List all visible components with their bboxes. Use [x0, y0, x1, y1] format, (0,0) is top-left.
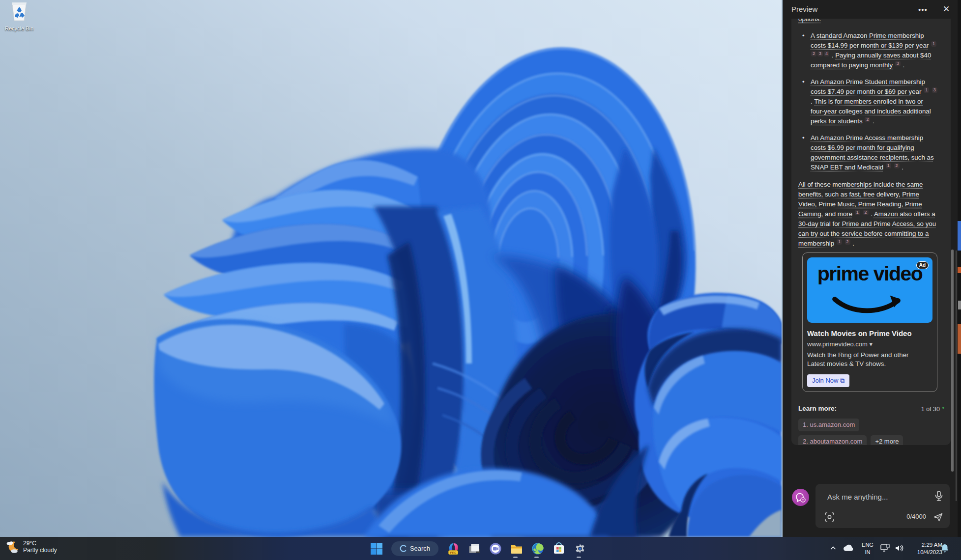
- svg-text:PRE: PRE: [450, 551, 457, 554]
